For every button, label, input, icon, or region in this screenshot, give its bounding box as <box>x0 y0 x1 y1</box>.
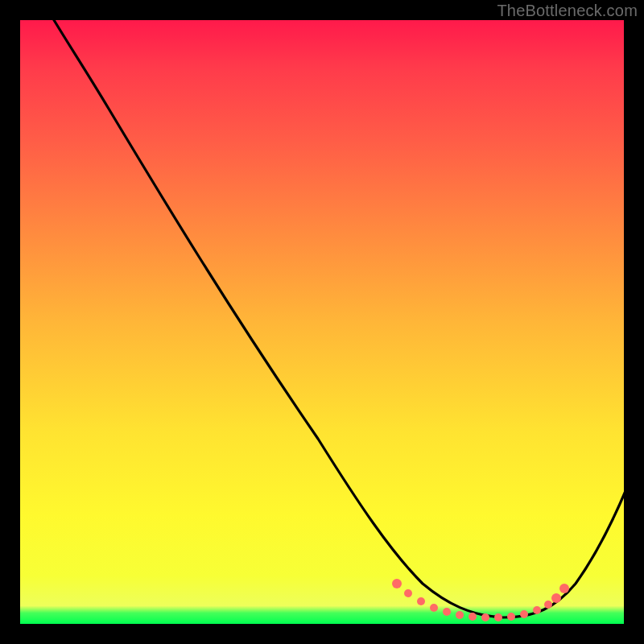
svg-point-3 <box>430 604 438 612</box>
svg-point-13 <box>551 593 561 603</box>
svg-point-9 <box>507 613 515 621</box>
svg-point-1 <box>404 589 412 597</box>
svg-point-10 <box>520 610 528 618</box>
svg-point-14 <box>559 584 569 593</box>
plot-area <box>20 20 624 624</box>
svg-point-4 <box>443 608 451 616</box>
chart-stage: TheBottleneck.com <box>0 0 644 644</box>
svg-point-6 <box>469 613 477 621</box>
svg-point-11 <box>533 606 541 614</box>
watermark-text: TheBottleneck.com <box>497 2 638 20</box>
svg-point-8 <box>494 613 502 621</box>
svg-point-0 <box>392 579 402 588</box>
curve-path <box>49 12 625 617</box>
svg-point-5 <box>456 611 464 619</box>
svg-point-7 <box>481 613 489 621</box>
svg-point-2 <box>417 597 425 605</box>
bottleneck-curve <box>20 20 624 624</box>
svg-point-12 <box>544 601 552 609</box>
